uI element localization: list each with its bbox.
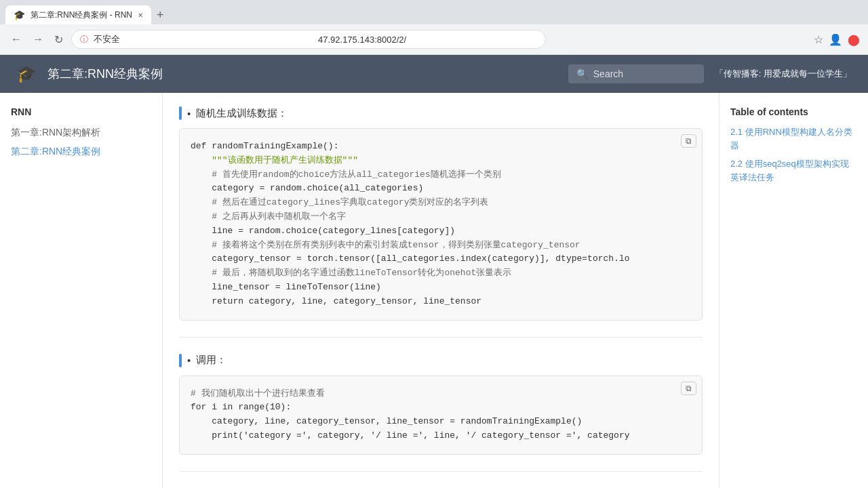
code-line: # 接着将这个类别在所有类别列表中的索引封装成tensor，得到类别张量cate… bbox=[191, 239, 691, 253]
bullet-dot-2: • bbox=[187, 354, 191, 366]
copy-button-1[interactable]: ⧉ bbox=[681, 134, 696, 148]
header-title: 第二章:RNN经典案例 bbox=[47, 66, 557, 82]
browser-actions: ☆ 👤 ⬤ bbox=[814, 33, 860, 46]
sidebar-item-chapter2[interactable]: 第二章:RNN经典案例 bbox=[11, 144, 151, 159]
sidebar-item-chapter1[interactable]: 第一章:RNN架构解析 bbox=[11, 125, 151, 140]
bookmark-button[interactable]: ☆ bbox=[814, 33, 823, 46]
address-bar: ← → ↻ ⓘ 不安全 47.92.175.143:8002/2/ ☆ 👤 ⬤ bbox=[0, 24, 868, 54]
code-line: # 最后，将随机取到的名字通过函数lineToTensor转化为onehot张量… bbox=[191, 266, 691, 281]
bullet-bar-1 bbox=[179, 106, 182, 120]
url-bar[interactable]: ⓘ 不安全 47.92.175.143:8002/2/ bbox=[71, 30, 546, 49]
section-title-2: 调用： bbox=[196, 354, 226, 367]
extensions-button[interactable]: ⬤ bbox=[848, 33, 860, 46]
code-line: # 之后再从列表中随机取一个名字 bbox=[191, 210, 691, 224]
header-tagline: 「传智播客: 用爱成就每一位学生」 bbox=[715, 68, 852, 80]
code-line: line_tensor = lineToTensor(line) bbox=[191, 281, 691, 295]
toc-item-1[interactable]: 2.1 使用RNN模型构建人名分类器 bbox=[730, 125, 857, 152]
code-line: """该函数用于随机产生训练数据""" bbox=[191, 154, 691, 168]
new-tab-button[interactable]: + bbox=[151, 8, 170, 22]
section-random-training: • 随机生成训练数据： ⧉ def randomTrainingExample(… bbox=[179, 106, 703, 321]
tab-bar: 🎓 第二章:RNN经典案例 - RNN ✕ + bbox=[0, 0, 868, 24]
bullet-dot-1: • bbox=[187, 108, 191, 119]
section-label-2: • 调用： bbox=[179, 354, 703, 367]
security-icon: ⓘ bbox=[80, 34, 88, 45]
section-label-1: • 随机生成训练数据： bbox=[179, 106, 703, 120]
url-text: 47.92.175.143:8002/2/ bbox=[318, 35, 537, 45]
toc-item-2[interactable]: 2.2 使用seq2seq模型架构实现英译法任务 bbox=[730, 157, 857, 184]
code-line: return category, line, category_tensor, … bbox=[191, 295, 691, 309]
toc-panel: Table of contents 2.1 使用RNN模型构建人名分类器 2.2… bbox=[719, 93, 868, 488]
section-invoke: • 调用： ⧉ # 我们随机取出十个进行结果查看 for i in range(… bbox=[179, 354, 703, 455]
code-block-2: ⧉ # 我们随机取出十个进行结果查看 for i in range(10): c… bbox=[179, 375, 703, 455]
toc-title: Table of contents bbox=[730, 106, 857, 117]
divider-2 bbox=[179, 471, 703, 472]
tab-favicon: 🎓 bbox=[14, 9, 25, 20]
profile-button[interactable]: 👤 bbox=[829, 33, 842, 46]
code-line: # 我们随机取出十个进行结果查看 bbox=[191, 387, 691, 401]
tab-title: 第二章:RNN经典案例 - RNN bbox=[31, 9, 132, 21]
tab-close-button[interactable]: ✕ bbox=[138, 12, 143, 19]
code-line: category = random.choice(all_categories) bbox=[191, 182, 691, 196]
code-line: category_tensor = torch.tensor([all_cate… bbox=[191, 252, 691, 266]
code-line: def randomTrainingExample(): bbox=[191, 140, 691, 154]
active-tab[interactable]: 🎓 第二章:RNN经典案例 - RNN ✕ bbox=[5, 5, 151, 24]
search-placeholder: Search bbox=[593, 68, 623, 79]
code-block-1: ⧉ def randomTrainingExample(): """该函数用于随… bbox=[179, 128, 703, 321]
code-line: print('category =', category, '/ line ='… bbox=[191, 429, 691, 443]
search-icon: 🔍 bbox=[576, 68, 588, 79]
divider-1 bbox=[179, 337, 703, 338]
code-line: for i in range(10): bbox=[191, 401, 691, 415]
code-line: line = random.choice(category_lines[cate… bbox=[191, 224, 691, 239]
copy-button-2[interactable]: ⧉ bbox=[681, 382, 696, 395]
bullet-bar-2 bbox=[179, 354, 182, 367]
browser-chrome: 🎓 第二章:RNN经典案例 - RNN ✕ + ← → ↻ ⓘ 不安全 47.9… bbox=[0, 0, 868, 55]
url-insecure-label: 不安全 bbox=[94, 33, 313, 45]
code-line: # 然后在通过category_lines字典取category类别对应的名字列… bbox=[191, 196, 691, 210]
reload-button[interactable]: ↻ bbox=[52, 30, 66, 49]
forward-button[interactable]: → bbox=[30, 30, 46, 48]
main-layout: RNN 第一章:RNN架构解析 第二章:RNN经典案例 • 随机生成训练数据： … bbox=[0, 93, 868, 488]
code-line: # 首先使用random的choice方法从all_categories随机选择… bbox=[191, 168, 691, 182]
content-area: • 随机生成训练数据： ⧉ def randomTrainingExample(… bbox=[163, 93, 719, 488]
back-button[interactable]: ← bbox=[8, 30, 24, 48]
section-title-1: 随机生成训练数据： bbox=[196, 107, 288, 120]
code-line: category, line, category_tensor, line_te… bbox=[191, 415, 691, 429]
sidebar: RNN 第一章:RNN架构解析 第二章:RNN经典案例 bbox=[0, 93, 163, 488]
search-box[interactable]: 🔍 Search bbox=[568, 64, 704, 83]
app-header: 🎓 第二章:RNN经典案例 🔍 Search 「传智播客: 用爱成就每一位学生」 bbox=[0, 55, 868, 93]
sidebar-section-title: RNN bbox=[11, 106, 151, 117]
header-logo-icon: 🎓 bbox=[16, 64, 37, 83]
